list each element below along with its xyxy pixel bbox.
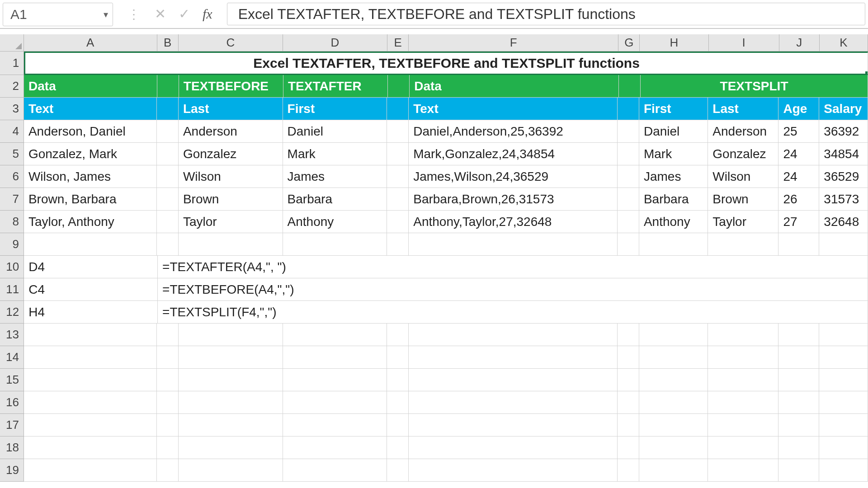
cell-A1-merged-title[interactable]: Excel TEXTAFTER, TEXTBEFORE and TEXTSPLI… <box>24 52 868 75</box>
cell-A15[interactable] <box>24 369 157 391</box>
cell-D3[interactable]: First <box>283 98 387 120</box>
cell-C6[interactable]: Wilson <box>179 165 283 188</box>
col-header-F[interactable]: F <box>409 34 618 51</box>
row-header-15[interactable]: 15 <box>0 369 24 391</box>
select-all-corner[interactable] <box>0 34 24 51</box>
row-header-14[interactable]: 14 <box>0 346 24 369</box>
col-header-J[interactable]: J <box>779 34 820 51</box>
cell-H8[interactable]: Anthony <box>639 211 708 233</box>
cell-E6[interactable] <box>387 165 409 188</box>
cell-B15[interactable] <box>157 369 179 391</box>
row-header-3[interactable]: 3 <box>0 98 24 120</box>
cell-D7[interactable]: Barbara <box>283 188 387 211</box>
cell-H3[interactable]: First <box>639 98 708 120</box>
cell-G9[interactable] <box>618 233 639 256</box>
cell-H7[interactable]: Barbara <box>639 188 708 211</box>
cell-A14[interactable] <box>24 346 157 369</box>
cell-D17[interactable] <box>283 414 387 436</box>
row-header-13[interactable]: 13 <box>0 324 24 346</box>
cell-E5[interactable] <box>387 143 409 165</box>
cell-C8[interactable]: Taylor <box>179 211 283 233</box>
cell-I4[interactable]: Anderson <box>708 120 778 143</box>
cell-B3[interactable] <box>157 98 179 120</box>
cell-B2[interactable] <box>157 75 179 98</box>
cell-H13[interactable] <box>639 324 708 346</box>
cell-F3[interactable]: Text <box>409 98 618 120</box>
cell-B7[interactable] <box>157 188 179 211</box>
cell-H15[interactable] <box>639 369 708 391</box>
cell-I18[interactable] <box>708 436 778 459</box>
cell-H6[interactable]: James <box>639 165 708 188</box>
cell-K17[interactable] <box>819 414 868 436</box>
row-header-2[interactable]: 2 <box>0 75 24 98</box>
cell-A6[interactable]: Wilson, James <box>24 165 157 188</box>
cell-I9[interactable] <box>708 233 778 256</box>
row-header-10[interactable]: 10 <box>0 256 24 278</box>
cell-B4[interactable] <box>157 120 179 143</box>
cell-H19[interactable] <box>639 459 708 482</box>
cell-K6[interactable]: 36529 <box>819 165 868 188</box>
cell-C19[interactable] <box>179 459 283 482</box>
cell-J19[interactable] <box>778 459 819 482</box>
cell-J18[interactable] <box>778 436 819 459</box>
cell-A8[interactable]: Taylor, Anthony <box>24 211 157 233</box>
cell-H18[interactable] <box>639 436 708 459</box>
row-header-5[interactable]: 5 <box>0 143 24 165</box>
cell-B12[interactable]: =TEXTSPLIT(F4,",") <box>158 301 868 324</box>
cell-A12[interactable]: H4 <box>24 301 158 324</box>
cell-J6[interactable]: 24 <box>778 165 819 188</box>
cell-B14[interactable] <box>157 346 179 369</box>
cell-A2[interactable]: Data <box>24 75 157 98</box>
cell-I13[interactable] <box>708 324 778 346</box>
cell-C16[interactable] <box>179 391 283 414</box>
cell-E17[interactable] <box>387 414 409 436</box>
cell-C5[interactable]: Gonzalez <box>179 143 283 165</box>
cell-D15[interactable] <box>283 369 387 391</box>
cell-E13[interactable] <box>387 324 409 346</box>
cell-B10[interactable]: =TEXTAFTER(A4,", ") <box>158 256 868 278</box>
cell-J15[interactable] <box>778 369 819 391</box>
chevron-down-icon[interactable]: ▾ <box>104 9 108 20</box>
cell-B17[interactable] <box>157 414 179 436</box>
cell-A4[interactable]: Anderson, Daniel <box>24 120 157 143</box>
fill-handle[interactable] <box>865 71 868 75</box>
cell-E14[interactable] <box>387 346 409 369</box>
cell-F14[interactable] <box>409 346 618 369</box>
cell-K5[interactable]: 34854 <box>819 143 868 165</box>
cell-G5[interactable] <box>618 143 639 165</box>
cell-E2[interactable] <box>388 75 410 98</box>
cell-K7[interactable]: 31573 <box>819 188 868 211</box>
col-header-K[interactable]: K <box>820 34 868 51</box>
cell-K16[interactable] <box>819 391 868 414</box>
cell-C9[interactable] <box>179 233 283 256</box>
cell-A5[interactable]: Gonzalez, Mark <box>24 143 157 165</box>
row-header-7[interactable]: 7 <box>0 188 24 211</box>
cell-G13[interactable] <box>618 324 639 346</box>
row-header-1[interactable]: 1 <box>0 52 24 75</box>
cell-K13[interactable] <box>819 324 868 346</box>
cell-I14[interactable] <box>708 346 778 369</box>
cell-J9[interactable] <box>778 233 819 256</box>
cell-J3[interactable]: Age <box>778 98 819 120</box>
cell-J5[interactable]: 24 <box>778 143 819 165</box>
cell-G7[interactable] <box>618 188 639 211</box>
cell-E19[interactable] <box>387 459 409 482</box>
row-header-8[interactable]: 8 <box>0 211 24 233</box>
cell-G17[interactable] <box>618 414 639 436</box>
cell-B11[interactable]: =TEXTBEFORE(A4,",") <box>158 278 868 301</box>
cell-I5[interactable]: Gonzalez <box>708 143 778 165</box>
cell-F16[interactable] <box>409 391 618 414</box>
row-header-16[interactable]: 16 <box>0 391 24 414</box>
cell-F6[interactable]: James,Wilson,24,36529 <box>409 165 618 188</box>
col-header-G[interactable]: G <box>618 34 640 51</box>
row-header-19[interactable]: 19 <box>0 459 24 482</box>
cell-I6[interactable]: Wilson <box>708 165 778 188</box>
row-header-6[interactable]: 6 <box>0 165 24 188</box>
cancel-icon[interactable]: ✕ <box>155 7 166 21</box>
cell-F19[interactable] <box>409 459 618 482</box>
cell-G2[interactable] <box>619 75 641 98</box>
cell-A11[interactable]: C4 <box>24 278 158 301</box>
cell-J13[interactable] <box>778 324 819 346</box>
cell-B8[interactable] <box>157 211 179 233</box>
cell-C2[interactable]: TEXTBEFORE <box>179 75 283 98</box>
